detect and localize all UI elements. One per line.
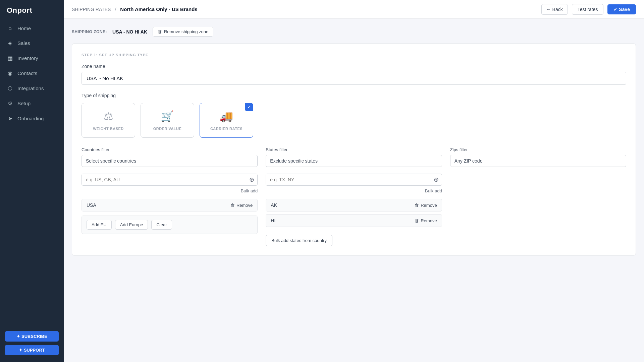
main-area: SHIPPING RATES / North America Only - US… — [64, 0, 644, 362]
sidebar-item-integrations[interactable]: ⬡Integrations — [0, 81, 64, 96]
state-tags-group: AK 🗑 Remove HI 🗑 Remove Bulk add states … — [266, 199, 442, 246]
zips-filter-select[interactable]: Any ZIP codeInclude specific ZIPsExclude… — [450, 155, 626, 167]
countries-filter-select[interactable]: Select specific countriesAll countries — [82, 155, 258, 167]
nav-label-sales: Sales — [17, 40, 30, 46]
sidebar-item-contacts[interactable]: ◉Contacts — [0, 66, 64, 81]
save-button[interactable]: ✓ Save — [607, 4, 636, 14]
zone-label: SHIPPING ZONE: — [72, 29, 107, 34]
quick-add-add_europe-button[interactable]: Add Europe — [115, 220, 148, 230]
sidebar-nav: ⌂Home◈Sales▦Inventory◉Contacts⬡Integrati… — [0, 21, 64, 324]
selected-check: ✓ — [245, 103, 253, 111]
sidebar-item-inventory[interactable]: ▦Inventory — [0, 51, 64, 66]
nav-icon-inventory: ▦ — [7, 55, 13, 61]
nav-label-contacts: Contacts — [17, 70, 37, 76]
country-tag-name: USA — [87, 202, 96, 208]
remove-icon: 🗑 — [415, 203, 419, 208]
remove-label: Remove — [236, 203, 253, 208]
state-tag-name: HI — [271, 218, 275, 223]
remove-label: Remove — [421, 218, 437, 223]
sidebar-bottom: ✦ SUBSCRIBE ✦ SUPPORT — [0, 324, 64, 362]
countries-filter-group: Countries filter Select specific countri… — [82, 147, 258, 167]
test-rates-button[interactable]: Test rates — [572, 4, 604, 15]
shipping-type-label-order_value: ORDER VALUE — [153, 127, 182, 131]
sidebar-item-sales[interactable]: ◈Sales — [0, 36, 64, 51]
shipping-type-order_value[interactable]: 🛒 ORDER VALUE — [141, 103, 194, 138]
zips-filter-label: Zips filter — [450, 147, 626, 152]
type-of-shipping-label: Type of shipping — [82, 93, 626, 98]
states-filter-label: States filter — [266, 147, 442, 152]
quick-add-clear-button[interactable]: Clear — [151, 220, 172, 230]
shipping-type-icon-weight_based: ⚖ — [104, 110, 113, 123]
shipping-type-icon-order_value: 🛒 — [161, 110, 174, 123]
breadcrumb-link[interactable]: SHIPPING RATES — [72, 7, 111, 12]
nav-label-onboarding: Onboarding — [17, 116, 44, 121]
country-tag-remove-button[interactable]: 🗑 Remove — [230, 203, 253, 208]
breadcrumb-separator: / — [115, 7, 116, 12]
nav-icon-sales: ◈ — [7, 40, 13, 46]
shipping-types: ⚖ WEIGHT BASED 🛒 ORDER VALUE ✓ 🚚 CARRIER… — [82, 103, 626, 138]
countries-filter-label: Countries filter — [82, 147, 258, 152]
nav-icon-integrations: ⬡ — [7, 85, 13, 92]
country-tag-item: USA 🗑 Remove — [82, 199, 258, 212]
shipping-type-icon-carrier_rates: 🚚 — [220, 110, 233, 123]
sidebar-item-setup[interactable]: ⚙Setup — [0, 96, 64, 111]
nav-icon-onboarding: ➤ — [7, 115, 13, 122]
remove-icon: 🗑 — [230, 203, 235, 208]
nav-label-integrations: Integrations — [17, 85, 44, 91]
nav-icon-setup: ⚙ — [7, 100, 13, 107]
subscribe-button[interactable]: ✦ SUBSCRIBE — [5, 331, 59, 342]
topbar-actions: ← Back Test rates ✓ Save — [541, 4, 636, 15]
support-button[interactable]: ✦ SUPPORT — [5, 345, 59, 355]
nav-label-setup: Setup — [17, 101, 31, 106]
nav-icon-contacts: ◉ — [7, 70, 13, 76]
state-input-group: ⊕ — [266, 174, 442, 186]
filters-row: Countries filter Select specific countri… — [82, 147, 626, 167]
shipping-type-carrier_rates[interactable]: ✓ 🚚 CARRIER RATES — [200, 103, 253, 138]
step-title: STEP 1: SET UP SHIPPING TYPE — [82, 53, 626, 57]
content-area: SHIPPING ZONE: USA - NO HI AK 🗑 Remove s… — [64, 19, 644, 362]
remove-shipping-zone-button[interactable]: 🗑 Remove shipping zone — [153, 27, 213, 37]
country-tags-group: USA 🗑 Remove Add EUAdd EuropeClear — [82, 199, 258, 246]
zone-header: SHIPPING ZONE: USA - NO HI AK 🗑 Remove s… — [72, 27, 636, 37]
trash-icon: 🗑 — [158, 29, 162, 34]
breadcrumb: SHIPPING RATES / North America Only - US… — [72, 6, 198, 12]
shipping-type-label-carrier_rates: CARRIER RATES — [210, 127, 243, 131]
topbar: SHIPPING RATES / North America Only - US… — [64, 0, 644, 19]
zone-name-input[interactable] — [82, 72, 626, 85]
remove-icon: 🗑 — [415, 218, 419, 223]
shipping-type-weight_based[interactable]: ⚖ WEIGHT BASED — [82, 103, 135, 138]
state-tag-remove-button[interactable]: 🗑 Remove — [415, 218, 437, 223]
tags-row: USA 🗑 Remove Add EUAdd EuropeClear AK 🗑 … — [82, 199, 626, 246]
zone-name-label: Zone name — [82, 64, 626, 69]
nav-icon-home: ⌂ — [7, 25, 13, 31]
sidebar: Onport ⌂Home◈Sales▦Inventory◉Contacts⬡In… — [0, 0, 64, 362]
remove-label: Remove — [421, 203, 437, 208]
zone-name-display: USA - NO HI AK — [112, 29, 147, 35]
page-title: North America Only - US Brands — [120, 6, 197, 12]
sidebar-item-onboarding[interactable]: ➤Onboarding — [0, 111, 64, 126]
state-tag-remove-button[interactable]: 🗑 Remove — [415, 203, 437, 208]
state-bulk-add-label[interactable]: Bulk add — [266, 188, 442, 193]
states-filter-select[interactable]: Exclude specific statesInclude specific … — [266, 155, 442, 167]
back-button[interactable]: ← Back — [541, 4, 568, 15]
country-add-button[interactable]: ⊕ — [249, 176, 254, 183]
country-input-group: ⊕ — [82, 174, 258, 186]
nav-label-inventory: Inventory — [17, 55, 38, 61]
country-bulk-add-label[interactable]: Bulk add — [82, 188, 258, 193]
sidebar-item-home[interactable]: ⌂Home — [0, 21, 64, 36]
quick-add-row: Add EUAdd EuropeClear — [82, 216, 258, 234]
state-tag-name: AK — [271, 202, 277, 208]
filter-input-row: ⊕ ⊕ — [82, 174, 626, 186]
state-input[interactable] — [266, 174, 442, 186]
remove-zone-label: Remove shipping zone — [164, 29, 208, 34]
states-filter-group: States filter Exclude specific statesInc… — [266, 147, 442, 167]
bulk-add-states-button[interactable]: Bulk add states from country — [266, 235, 332, 246]
quick-add-add_eu-button[interactable]: Add EU — [87, 220, 112, 230]
state-add-button[interactable]: ⊕ — [434, 176, 439, 183]
step-section: STEP 1: SET UP SHIPPING TYPE Zone name T… — [72, 43, 636, 256]
bulk-add-row: Bulk add Bulk add — [82, 188, 626, 193]
state-tag-item: AK 🗑 Remove — [266, 199, 442, 212]
zips-filter-group: Zips filter Any ZIP codeInclude specific… — [450, 147, 626, 167]
country-input[interactable] — [82, 174, 258, 186]
nav-label-home: Home — [17, 25, 31, 31]
